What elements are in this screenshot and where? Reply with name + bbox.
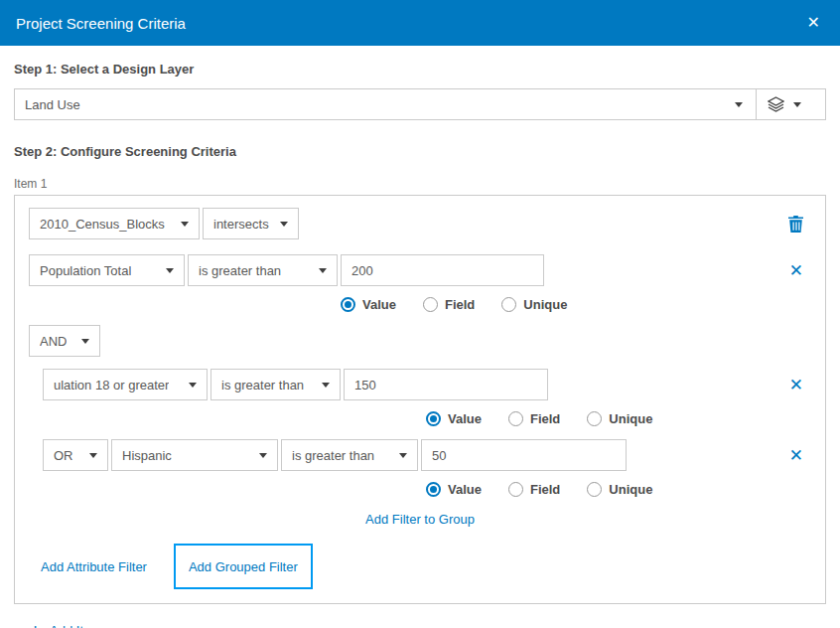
radio-field-label: Field [445,297,475,312]
group-logic-row: AND [29,325,811,357]
value-type-radio-group: Value Field Unique [29,482,811,497]
radio-value-label: Value [448,482,482,497]
chevron-down-icon [189,383,197,388]
layer-filter-row: 2010_Census_Blocks intersects [29,208,811,239]
radio-value[interactable]: Value [426,482,482,497]
layers-icon [768,96,784,112]
dialog-body: Step 1: Select a Design Layer Land Use S… [0,62,840,628]
radio-unique[interactable]: Unique [587,411,652,426]
chevron-down-icon [793,102,801,107]
operator-dropdown[interactable]: is greater than [281,439,418,471]
plus-icon: + [30,621,41,628]
radio-unselected-icon [501,297,516,312]
layer-picker-button[interactable] [757,89,825,119]
chevron-down-icon [89,453,97,458]
item-label: Item 1 [14,177,826,191]
value-type-radio-group: Value Field Unique [29,297,811,312]
field-dropdown-value: Hispanic [122,448,172,463]
layer-dropdown[interactable]: 2010_Census_Blocks [29,208,200,239]
chevron-down-icon [259,453,267,458]
logic-dropdown-value: OR [54,448,73,463]
dialog-header: Project Screening Criteria ✕ [0,0,840,46]
radio-field-label: Field [530,482,560,497]
dialog-title: Project Screening Criteria [16,15,186,32]
radio-value[interactable]: Value [426,411,482,426]
step2-label: Step 2: Configure Screening Criteria [14,144,826,159]
radio-field-label: Field [530,411,560,426]
chevron-down-icon [319,268,327,273]
radio-unique-label: Unique [609,482,652,497]
attribute-filter-row: Population Total is greater than ✕ [29,254,811,286]
spatial-operator-value: intersects [213,217,269,232]
remove-filter-button[interactable]: ✕ [783,445,809,466]
value-type-radio-group: Value Field Unique [29,411,811,426]
radio-unique-label: Unique [523,297,567,312]
logic-dropdown[interactable]: AND [29,325,100,357]
close-icon[interactable]: ✕ [803,11,824,35]
radio-unselected-icon [508,411,523,426]
radio-unique[interactable]: Unique [587,482,652,497]
grouped-filter-row: ulation 18 or greater is greater than ✕ [43,369,811,400]
field-dropdown[interactable]: ulation 18 or greater [43,369,208,400]
trash-icon [788,216,803,233]
value-input[interactable] [341,254,544,286]
design-layer-select[interactable]: Land Use [14,88,826,120]
radio-unique[interactable]: Unique [501,297,567,312]
delete-item-button[interactable] [782,216,809,233]
operator-dropdown-value: is greater than [292,448,374,463]
operator-dropdown[interactable]: is greater than [188,254,338,286]
radio-selected-icon [426,482,441,497]
radio-field[interactable]: Field [423,297,475,312]
add-item-button[interactable]: + Add Item [30,621,826,628]
radio-unselected-icon [587,411,602,426]
remove-filter-button[interactable]: ✕ [783,375,809,395]
add-filter-to-group-link[interactable]: Add Filter to Group [365,512,475,527]
chevron-down-icon [280,222,288,227]
radio-value-label: Value [448,411,482,426]
spatial-operator-dropdown[interactable]: intersects [203,208,299,239]
radio-value[interactable]: Value [341,297,396,312]
radio-unique-label: Unique [609,411,652,426]
add-grouped-filter-link[interactable]: Add Grouped Filter [189,559,298,574]
radio-field[interactable]: Field [508,482,560,497]
radio-unselected-icon [587,482,602,497]
value-input[interactable] [344,369,548,400]
radio-value-label: Value [362,297,396,312]
design-layer-value: Land Use [15,97,735,112]
logic-dropdown[interactable]: OR [43,439,108,471]
radio-selected-icon [426,411,441,426]
add-item-label: Add Item [50,623,101,628]
radio-unselected-icon [423,297,438,312]
grouped-filter-row: OR Hispanic is greater than ✕ [43,439,811,471]
tutorial-highlight-box: Add Grouped Filter [174,544,313,589]
chevron-down-icon [322,383,330,388]
add-filter-to-group-row: Add Filter to Group [29,510,811,528]
layer-dropdown-value: 2010_Census_Blocks [40,217,165,232]
panel-footer-links: Add Attribute Filter Add Grouped Filter [29,544,811,589]
field-dropdown-value: Population Total [40,263,131,278]
field-dropdown[interactable]: Population Total [29,254,185,286]
filter-group-panel: 2010_Census_Blocks intersects Population… [14,195,826,604]
step1-label: Step 1: Select a Design Layer [14,62,826,77]
chevron-down-icon [81,339,89,344]
operator-dropdown-value: is greater than [221,378,304,392]
radio-selected-icon [341,297,355,312]
chevron-down-icon [735,102,743,107]
operator-dropdown-value: is greater than [199,263,281,278]
radio-unselected-icon [508,482,523,497]
operator-dropdown[interactable]: is greater than [210,369,341,400]
value-input[interactable] [421,439,627,471]
chevron-down-icon [399,453,407,458]
field-dropdown[interactable]: Hispanic [111,439,278,471]
field-dropdown-value: ulation 18 or greater [54,378,169,392]
radio-field[interactable]: Field [508,411,560,426]
add-attribute-filter-link[interactable]: Add Attribute Filter [41,559,147,574]
chevron-down-icon [181,222,189,227]
remove-filter-button[interactable]: ✕ [783,260,809,281]
logic-dropdown-value: AND [40,334,67,349]
chevron-down-icon [166,268,174,273]
